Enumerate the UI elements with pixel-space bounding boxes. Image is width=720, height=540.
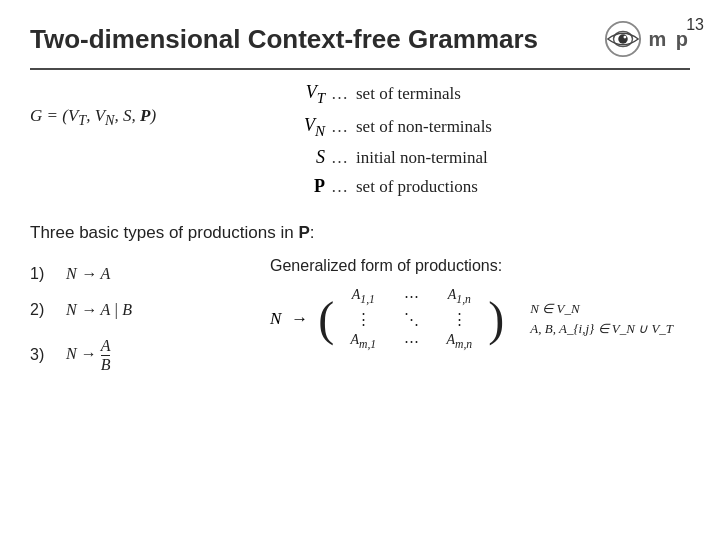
slide: Two-dimensional Context-free Grammars m …: [0, 0, 720, 540]
prod-number-2: 2): [30, 301, 58, 319]
dots-vt: …: [331, 84, 348, 104]
prod-number-3: 3): [30, 346, 58, 364]
cell-vdots-2: ⋮: [444, 310, 474, 328]
symbol-vn: VN: [270, 115, 325, 140]
dots-p: …: [331, 177, 348, 197]
page-title: Two-dimensional Context-free Grammars: [30, 24, 538, 55]
three-basic-text: Three basic types of productions in: [30, 223, 294, 242]
divider: [30, 68, 690, 70]
condition-2: A, B, A_{i,j} ∈ V_N ∪ V_T: [530, 321, 673, 337]
gen-arrow: →: [291, 309, 308, 329]
svg-point-2: [619, 34, 629, 44]
desc-row-vn: VN … set of non-terminals: [270, 115, 690, 140]
header: Two-dimensional Context-free Grammars m …: [30, 20, 690, 58]
production-3: 3) N → A B: [30, 337, 250, 373]
three-basic-label: Three basic types of productions in P:: [30, 223, 690, 243]
symbol-s: S: [270, 147, 325, 168]
cell-1-n: A1,n: [444, 287, 474, 306]
matrix-row-m: Am,1 ⋯ Am,n: [348, 332, 474, 351]
cell-dots-h-m: ⋯: [396, 332, 426, 351]
production-1: 1) N → A: [30, 265, 250, 283]
dots-vn: …: [331, 117, 348, 137]
conditions-block: N ∈ V_N A, B, A_{i,j} ∈ V_N ∪ V_T: [530, 301, 673, 337]
cell-vdots-1: ⋮: [348, 310, 378, 328]
slide-number: 13: [686, 16, 704, 34]
generalized-label: Generalized form of productions:: [270, 257, 690, 275]
prod-number-1: 1): [30, 265, 58, 283]
production-2: 2) N → A | B: [30, 301, 250, 319]
gen-N: N: [270, 309, 281, 329]
text-p: set of productions: [356, 177, 478, 197]
gen-right-bracket: ): [488, 295, 504, 343]
cell-m-1: Am,1: [348, 332, 378, 351]
left-formula: G = (VT, VN, S, P): [30, 82, 250, 205]
gen-formula: N → ( A1,1 ⋯ A1,n ⋮ ⋱: [270, 287, 690, 351]
text-vn: set of non-terminals: [356, 117, 492, 137]
dots-s: …: [331, 148, 348, 168]
text-s: initial non-terminal: [356, 148, 488, 168]
prod-formula-1: N → A: [66, 265, 110, 283]
cell-dots-h-1: ⋯: [396, 287, 426, 306]
prod-formula-2: N → A | B: [66, 301, 132, 319]
prod-formula-3: N → A B: [66, 337, 110, 373]
symbol-vt: VT: [270, 82, 325, 107]
eye-icon: [604, 20, 642, 58]
right-descriptions: VT … set of terminals VN … set of non-te…: [250, 82, 690, 205]
cell-1-1: A1,1: [348, 287, 378, 306]
gen-left-bracket: (: [318, 295, 334, 343]
text-vt: set of terminals: [356, 84, 461, 104]
generalized-area: Generalized form of productions: N → ( A…: [250, 257, 690, 391]
formula-G: G = (VT, VN, S, P): [30, 106, 250, 129]
productions-list: 1) N → A 2) N → A | B 3) N → A: [30, 257, 250, 391]
symbol-p: P: [270, 176, 325, 197]
bottom-content: 1) N → A 2) N → A | B 3) N → A: [30, 257, 690, 391]
condition-1: N ∈ V_N: [530, 301, 673, 317]
matrix-row-dots: ⋮ ⋱ ⋮: [348, 310, 474, 328]
logo-area: m p: [604, 20, 690, 58]
svg-point-3: [624, 36, 627, 39]
cell-m-n: Am,n: [444, 332, 474, 351]
logo-text: m p: [648, 28, 690, 51]
cell-ddots: ⋱: [396, 310, 426, 328]
three-basic-colon: :: [310, 223, 315, 242]
desc-row-p: P … set of productions: [270, 176, 690, 197]
desc-row-s: S … initial non-terminal: [270, 147, 690, 168]
three-basic-bold: P: [298, 223, 309, 242]
main-content: G = (VT, VN, S, P) VT … set of terminals…: [30, 82, 690, 205]
desc-row-vt: VT … set of terminals: [270, 82, 690, 107]
production-matrix: A1,1 ⋯ A1,n ⋮ ⋱ ⋮ Am,1 ⋯ Am,n: [348, 287, 474, 351]
matrix-row-1: A1,1 ⋯ A1,n: [348, 287, 474, 306]
